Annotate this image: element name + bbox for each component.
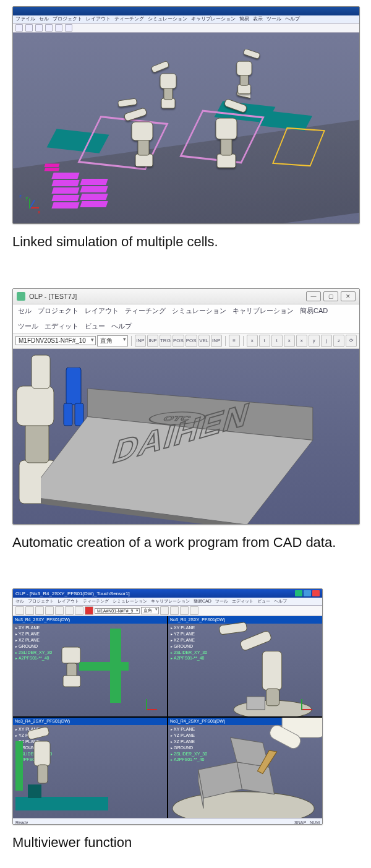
- svg-rect-47: [27, 726, 49, 740]
- menu-item[interactable]: ツール: [18, 322, 38, 331]
- menu-item[interactable]: キャリブレーション: [232, 306, 294, 316]
- maximize-button[interactable]: ▢: [323, 291, 338, 301]
- maximize-button[interactable]: [304, 590, 311, 596]
- menu-item[interactable]: エディット: [45, 322, 79, 331]
- axis-triad-icon: [146, 695, 161, 710]
- toolbar-stop-button[interactable]: [85, 606, 93, 615]
- menu-item[interactable]: セル: [15, 598, 24, 604]
- svg-rect-0: [135, 154, 153, 166]
- toolbar-button[interactable]: [170, 606, 179, 615]
- toolbar-button[interactable]: [75, 606, 83, 615]
- minimize-button[interactable]: —: [306, 291, 321, 301]
- mechanism-select[interactable]: M1A#N01-N#F#_9: [95, 608, 140, 614]
- viewport-pane[interactable]: No3_R4_2SXY_PFS01(DW) XY PLANE YZ PLANE …: [13, 616, 167, 716]
- app-icon: [17, 292, 25, 301]
- menu-item[interactable]: ファイル: [15, 16, 35, 22]
- screenshot-1-app-window: ファイル セル プロジェクト レイアウト ティーチング シミュレーション キャリ…: [12, 6, 360, 224]
- toolbar-button[interactable]: VEL: [198, 335, 210, 347]
- menu-item[interactable]: プロジェクト: [53, 16, 82, 22]
- menu-item[interactable]: ティーチング: [114, 16, 144, 22]
- svg-rect-8: [224, 98, 247, 113]
- menu-item[interactable]: 簡易CAD: [300, 306, 328, 316]
- 3d-viewport[interactable]: xyz: [13, 33, 359, 224]
- toolbar-button[interactable]: [55, 24, 62, 32]
- menu-item[interactable]: セル: [39, 16, 49, 22]
- toolbar-button[interactable]: [15, 24, 23, 32]
- toolbar-button[interactable]: [25, 24, 33, 32]
- menu-item[interactable]: ヘルプ: [285, 16, 300, 22]
- viewport-pane[interactable]: No3_R4_2SXY_PFS01(DW) XY PLANE YZ PLANE …: [13, 718, 167, 818]
- coord-select[interactable]: 直角: [97, 335, 128, 346]
- menu-item[interactable]: シミュレーション: [148, 16, 187, 22]
- menu-item[interactable]: ヘルプ: [274, 598, 287, 604]
- menu-item[interactable]: セル: [18, 306, 32, 316]
- figure-caption: Linked simulation of multiple cells.: [12, 233, 359, 251]
- toolbar-button[interactable]: y: [309, 335, 320, 347]
- menu-item[interactable]: ビュー: [257, 598, 270, 604]
- menu-item[interactable]: レイアウト: [86, 16, 111, 22]
- menu-item[interactable]: プロジェクト: [38, 306, 79, 316]
- separator: [225, 336, 226, 346]
- coord-select[interactable]: 直角: [141, 607, 159, 614]
- menu-item[interactable]: ビュー: [85, 322, 105, 331]
- 3d-viewport[interactable]: OTC DAIHEN: [13, 349, 359, 525]
- toolbar-button[interactable]: z: [333, 335, 344, 347]
- toolbar-button[interactable]: x: [247, 335, 258, 347]
- toolbar-button[interactable]: x: [284, 335, 295, 347]
- toolbar-button[interactable]: INP: [211, 335, 222, 347]
- menu-item[interactable]: レイアウト: [85, 306, 119, 316]
- toolbar-button[interactable]: j: [321, 335, 332, 347]
- menu-item[interactable]: シミュレーション: [113, 598, 147, 604]
- menu-item[interactable]: シミュレーション: [172, 306, 226, 316]
- figure-caption: Multiviewer function: [12, 833, 359, 852]
- toolbar-button[interactable]: POS: [173, 335, 184, 347]
- menubar: ファイル セル プロジェクト レイアウト ティーチング シミュレーション キャリ…: [13, 15, 359, 24]
- menu-item[interactable]: ツール: [267, 16, 281, 22]
- toolbar-button[interactable]: [35, 24, 43, 32]
- menu-item[interactable]: プロジェクト: [28, 598, 54, 604]
- toolbar-button[interactable]: [35, 606, 44, 615]
- toolbar-button[interactable]: [45, 606, 54, 615]
- menu-item[interactable]: レイアウト: [58, 598, 79, 604]
- menubar: セル プロジェクト レイアウト ティーチング シミュレーション キャリブレーショ…: [13, 598, 322, 606]
- toolbar-button[interactable]: INP: [147, 335, 158, 347]
- menu-item[interactable]: キャリブレーション: [191, 16, 236, 22]
- toolbar-button[interactable]: t: [271, 335, 283, 347]
- viewport-pane[interactable]: No3_R4_2SXY_PFS01(DW) XY PLANE YZ PLANE …: [168, 718, 322, 818]
- status-indicator: NUM: [310, 820, 320, 825]
- menu-item[interactable]: キャリブレーション: [151, 598, 190, 604]
- close-button[interactable]: ✕: [341, 291, 356, 301]
- toolbar-button[interactable]: [15, 606, 24, 615]
- toolbar-button[interactable]: ≡: [229, 335, 240, 347]
- svg-rect-36: [63, 676, 80, 687]
- mechanism-select[interactable]: M1FDNV20S1-N#F#_10: [15, 336, 96, 345]
- minimize-button[interactable]: [295, 590, 302, 596]
- viewport-pane[interactable]: No3_R4_2SXY_PFS01(DW) XY PLANE YZ PLANE …: [168, 616, 322, 716]
- menu-item[interactable]: ヘルプ: [111, 322, 132, 331]
- toolbar-button[interactable]: t: [259, 335, 270, 347]
- toolbar-button[interactable]: [25, 606, 34, 615]
- svg-rect-17: [243, 49, 260, 59]
- toolbar-button[interactable]: ⟳: [346, 335, 357, 347]
- toolbar-button[interactable]: TRG: [160, 335, 171, 347]
- menu-item[interactable]: エディット: [232, 598, 254, 604]
- close-button[interactable]: [312, 590, 320, 596]
- menu-item[interactable]: ティーチング: [125, 306, 166, 316]
- toolbar-button[interactable]: x: [296, 335, 307, 347]
- toolbar-button[interactable]: [65, 606, 74, 615]
- toolbar-button[interactable]: [65, 24, 72, 32]
- toolbar-button[interactable]: [180, 606, 189, 615]
- toolbar-button[interactable]: [45, 24, 53, 32]
- svg-rect-6: [221, 138, 232, 155]
- toolbar-button[interactable]: INP: [135, 335, 146, 347]
- window-title: OLP - [TEST7J]: [29, 293, 77, 300]
- toolbar-button[interactable]: POS: [186, 335, 197, 347]
- toolbar-button[interactable]: [55, 606, 64, 615]
- menu-item[interactable]: 表示: [253, 16, 263, 22]
- toolbar-button[interactable]: [160, 606, 169, 615]
- menu-item[interactable]: ティーチング: [83, 598, 109, 604]
- toolbar-button[interactable]: [190, 606, 198, 615]
- menu-item[interactable]: 簡易: [239, 16, 249, 22]
- menu-item[interactable]: 簡易CAD: [194, 598, 211, 604]
- menu-item[interactable]: ツール: [215, 598, 228, 604]
